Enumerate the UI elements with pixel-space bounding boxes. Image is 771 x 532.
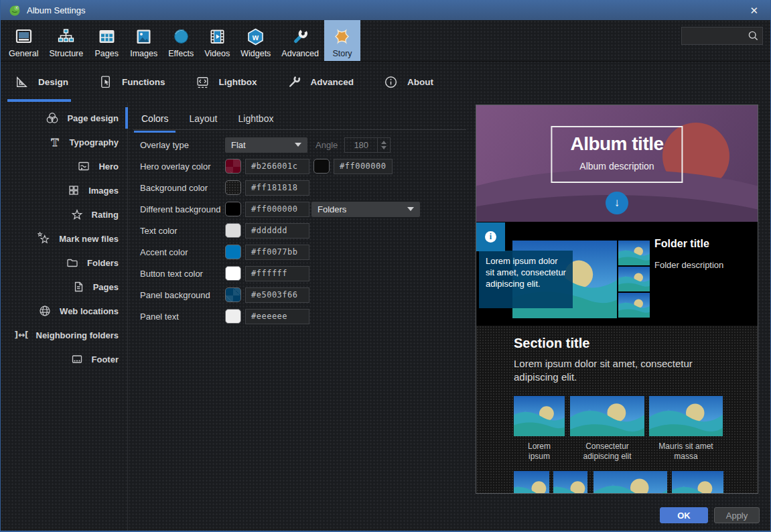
toolbar-item-widgets[interactable]: w Widgets	[235, 20, 276, 61]
widgets-icon: w	[246, 26, 265, 48]
sidebar-item-hero[interactable]: Hero	[1, 154, 127, 178]
hero-overlay-swatch[interactable]	[225, 159, 241, 174]
toolbar-item-videos[interactable]: Videos	[199, 20, 235, 61]
button-text-color-swatch[interactable]	[225, 266, 241, 281]
tab-design[interactable]: Design	[14, 62, 68, 103]
toolbar-item-images[interactable]: Images	[125, 20, 163, 61]
background-hex-field[interactable]: #ff181818	[245, 180, 309, 196]
tab-layout[interactable]: Layout	[188, 113, 218, 124]
tab-about[interactable]: About	[383, 62, 433, 103]
toolbar-item-pages[interactable]: Pages	[88, 20, 125, 61]
toolbar-item-story[interactable]: Story	[324, 20, 360, 61]
background-swatch[interactable]	[225, 180, 241, 195]
angle-stepper[interactable]: 180	[344, 137, 391, 153]
button-text-color-hex-field[interactable]: #ffffff	[245, 266, 309, 281]
thumbnail-image[interactable]	[672, 471, 723, 494]
hero-overlay-swatch-2[interactable]	[313, 159, 330, 174]
sidebar-item-neighboring-folders[interactable]: ]↔[ Neighboring folders	[1, 323, 127, 347]
panel-background-hex-field[interactable]: #e5003f66	[245, 287, 309, 303]
accent-color-row: Accent color #ff0077bb	[140, 241, 476, 263]
thumbnail-image[interactable]	[593, 471, 667, 494]
panel-text-row: Panel text #eeeeee	[140, 306, 476, 327]
text-color-swatch[interactable]	[225, 223, 241, 238]
thumbnail-image[interactable]	[553, 471, 587, 494]
tab-label: Design	[38, 77, 68, 87]
stepper-buttons[interactable]	[377, 138, 390, 152]
apply-button[interactable]: Apply	[714, 507, 760, 523]
thumbnail-row-partial	[514, 471, 758, 494]
sidebar-item-label: Footer	[92, 354, 119, 364]
tab-label: Functions	[122, 77, 165, 87]
toolbar-item-general[interactable]: General	[3, 20, 44, 61]
toolbar-item-structure[interactable]: Structure	[44, 20, 88, 61]
button-text-color-label: Button text color	[140, 269, 225, 279]
text-color-hex-field[interactable]: #dddddd	[245, 223, 309, 239]
hero-overlay-hex-field-2[interactable]: #ff000000	[334, 159, 393, 174]
hero-overlay-label: Hero overlay color	[140, 161, 225, 172]
nav-tab-bar: Design Functions Lightbox Advanced About	[1, 62, 770, 103]
different-background-hex-field[interactable]: #ff000000	[245, 202, 309, 217]
tab-lightbox-sub[interactable]: Lightbox	[237, 113, 275, 124]
different-background-swatch[interactable]	[225, 202, 241, 216]
advanced-icon	[291, 26, 310, 48]
different-background-select[interactable]: Folders	[311, 202, 420, 217]
sidebar-item-page-design[interactable]: Page design	[1, 106, 127, 130]
thumbnail-item[interactable]: Lorem ipsum	[514, 396, 565, 462]
angle-value: 180	[345, 138, 377, 152]
sidebar-item-label: Page design	[67, 113, 119, 123]
hero-overlay-hex-field[interactable]: #b266001c	[245, 159, 309, 174]
sidebar-item-label: Mark new files	[59, 234, 119, 244]
step-up-icon[interactable]	[381, 141, 387, 144]
toolbar-item-label: Advanced	[281, 49, 319, 58]
toolbar-item-effects[interactable]: Effects	[163, 20, 199, 61]
overlay-type-select[interactable]: Flat	[225, 137, 307, 153]
thumbnail-image[interactable]	[514, 471, 549, 494]
search-input[interactable]	[682, 31, 748, 41]
sidebar-item-label: Hero	[98, 161, 119, 172]
sidebar-item-folders[interactable]: Folders	[1, 251, 127, 275]
star-icon	[70, 208, 84, 221]
settings-panel: Colors Layout Lightbox Overlay type Flat…	[128, 103, 476, 531]
thumbnail-caption: Lorem ipsum	[522, 442, 557, 462]
info-button[interactable]: i	[476, 222, 505, 251]
panel-text-hex-field[interactable]: #eeeeee	[245, 309, 309, 324]
images-icon	[134, 26, 153, 48]
tab-lightbox[interactable]: Lightbox	[195, 62, 257, 103]
advanced-tab-icon	[287, 74, 302, 90]
svg-text:w: w	[252, 33, 259, 42]
sidebar-item-typography[interactable]: T Typography	[1, 130, 127, 154]
thumbnail-row: Lorem ipsum Consectetur adipiscing elit …	[514, 396, 758, 462]
angle-label: Angle	[316, 140, 338, 150]
accent-color-hex-field[interactable]: #ff0077bb	[245, 245, 309, 260]
thumbnail-item[interactable]: Consectetur adipiscing elit	[570, 396, 644, 462]
sidebar-item-footer[interactable]: Footer	[1, 347, 127, 371]
sidebar-item-label: Images	[88, 186, 119, 196]
sidebar-item-rating[interactable]: Rating	[1, 202, 127, 226]
ok-button[interactable]: OK	[660, 507, 708, 523]
star-badge-icon	[37, 232, 52, 245]
chevron-down-icon	[295, 143, 301, 147]
panel-text-swatch[interactable]	[225, 309, 241, 324]
thumbnail-caption: Mauris sit amet massa	[652, 442, 719, 462]
hero-icon	[76, 159, 91, 173]
tab-label: About	[407, 77, 433, 87]
scroll-down-button[interactable]: ↓	[606, 192, 628, 214]
globe-icon	[38, 304, 52, 318]
tab-advanced[interactable]: Advanced	[287, 62, 354, 103]
sidebar-item-images[interactable]: Images	[1, 178, 127, 202]
effects-icon	[171, 26, 191, 48]
tab-functions[interactable]: Functions	[98, 62, 165, 103]
tab-colors[interactable]: Colors	[140, 113, 169, 124]
toolbar-item-advanced[interactable]: Advanced	[276, 20, 324, 61]
sidebar-item-web-locations[interactable]: Web locations	[1, 299, 127, 323]
thumbnail-item[interactable]: Mauris sit amet massa	[649, 396, 723, 462]
accent-color-swatch[interactable]	[225, 245, 241, 259]
close-icon[interactable]: ✕	[746, 4, 762, 17]
typography-icon: T	[48, 135, 62, 149]
search-box[interactable]	[681, 27, 763, 45]
step-down-icon[interactable]	[381, 146, 387, 149]
sidebar-item-mark-new-files[interactable]: Mark new files	[1, 226, 127, 251]
panel-background-swatch[interactable]	[225, 287, 241, 302]
mini-thumbnail	[618, 293, 650, 318]
sidebar-item-pages[interactable]: Pages	[1, 275, 127, 299]
